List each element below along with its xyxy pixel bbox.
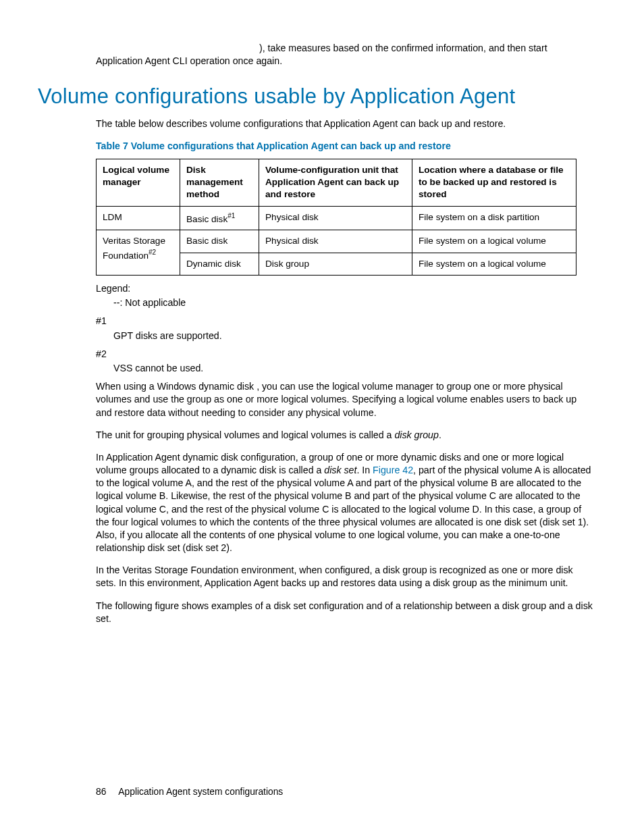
cell: Physical disk: [259, 206, 412, 230]
paragraph: In Application Agent dynamic disk config…: [96, 451, 593, 554]
text: .: [439, 429, 441, 440]
cell: File system on a disk partition: [412, 206, 576, 230]
volume-config-table: Logical volume manager Disk management m…: [96, 159, 576, 276]
superscript: #1: [227, 212, 235, 219]
col-header: Volume-configuration unit that Applicati…: [259, 159, 412, 206]
cell: Basic disk: [180, 230, 259, 253]
footnote-2-label: #2: [96, 348, 593, 361]
section-heading: Volume configurations usable by Applicat…: [38, 82, 606, 111]
footer-title: Application Agent system configurations: [118, 787, 283, 797]
superscript: #2: [149, 249, 156, 256]
legend-label: Legend:: [96, 282, 593, 295]
section-body: The table below describes volume configu…: [96, 118, 593, 625]
table-header-row: Logical volume manager Disk management m…: [97, 159, 576, 206]
cell: File system on a logical volume: [412, 253, 576, 275]
paragraph: When using a Windows dynamic disk , you …: [96, 380, 593, 419]
cell-text: Basic disk: [186, 213, 227, 224]
intro-text: ), take measures based on the confirmed …: [96, 42, 593, 68]
page-footer: 86Application Agent system configuration…: [96, 786, 283, 799]
table-row: Veritas Storage Foundation#2 Basic disk …: [97, 230, 576, 253]
footnote-2-body: VSS cannot be used.: [113, 362, 593, 375]
emphasis: disk set: [324, 465, 356, 475]
footnote-1-body: GPT disks are supported.: [113, 330, 593, 342]
cell: Dynamic disk: [180, 253, 259, 275]
cell: LDM: [97, 206, 180, 230]
col-header: Disk management method: [180, 159, 259, 206]
page: ), take measures based on the confirmed …: [0, 0, 644, 834]
emphasis: disk group: [394, 429, 438, 440]
paragraph: The following figure shows examples of a…: [96, 600, 593, 625]
table-row: LDM Basic disk#1 Physical disk File syst…: [97, 206, 576, 230]
figure-link[interactable]: Figure 42: [373, 465, 413, 475]
text: . In: [356, 465, 373, 475]
col-header: Location where a database or file to be …: [412, 159, 576, 206]
legend-na: --: Not applicable: [113, 296, 593, 309]
col-header: Logical volume manager: [97, 159, 180, 206]
cell: Disk group: [259, 253, 412, 275]
table-caption: Table 7 Volume configurations that Appli…: [96, 140, 593, 153]
lead-paragraph: The table below describes volume configu…: [96, 118, 593, 130]
page-number: 86: [96, 786, 106, 799]
intro-fragment: ), take measures based on the confirmed …: [96, 42, 593, 68]
paragraph: The unit for grouping physical volumes a…: [96, 429, 593, 442]
text: The unit for grouping physical volumes a…: [96, 429, 394, 440]
footnote-1-label: #1: [96, 315, 593, 328]
cell: Physical disk: [259, 230, 412, 253]
cell: File system on a logical volume: [412, 230, 576, 253]
paragraph: In the Veritas Storage Foundation enviro…: [96, 564, 593, 590]
text: , part of the physical volume A is alloc…: [96, 465, 591, 553]
cell: Veritas Storage Foundation#2: [97, 230, 180, 276]
cell: Basic disk#1: [180, 206, 259, 230]
